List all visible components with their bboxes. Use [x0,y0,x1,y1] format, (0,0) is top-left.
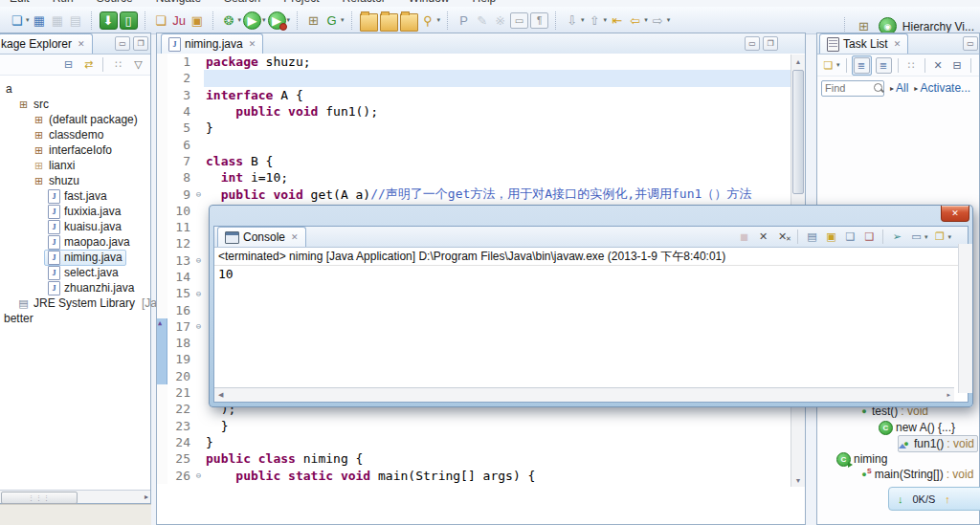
fold-icon[interactable]: ⊖ [193,470,204,480]
tab-package-explorer[interactable]: kage Explorer ✕ [0,33,93,54]
categorized-view-icon[interactable]: ≣ [852,55,872,76]
clear-console-icon[interactable]: ▤ [804,229,820,245]
new-task-icon[interactable]: ❏▾ [820,57,841,74]
collapse-all-icon[interactable]: ⊟ [60,56,77,73]
focus-icon[interactable]: ∷ [110,56,126,73]
code-text[interactable] [204,136,805,152]
scroll-left-icon[interactable]: ◀ [218,391,223,399]
focus-workweek-icon[interactable]: ∷ [903,57,920,74]
tree-item-default-package[interactable]: ⊞(default package) [0,112,150,127]
tree-item-lianxi[interactable]: ⊞lianxi [0,158,150,173]
remove-launch-icon[interactable]: ✕ [755,229,771,245]
close-icon[interactable]: ✕ [249,39,256,49]
maximize-button[interactable]: ❐ [763,36,778,51]
display-console-icon[interactable]: ▭▾ [908,229,929,245]
code-text[interactable] [204,70,805,86]
show-whitespace-icon[interactable]: ¶ [529,11,549,30]
tree-item-select-java[interactable]: Jselect.java [0,265,150,280]
refresh-icon[interactable]: G▾ [323,11,345,30]
tree-item-better[interactable]: better [0,311,150,326]
scrollbar-thumb[interactable]: ⋮⋮⋮ [1,492,78,504]
tree-item-maopao-java[interactable]: Jmaopao.java [0,234,150,250]
menu-edit[interactable]: Edit [10,0,30,5]
maximize-button[interactable]: ❐ [133,36,148,51]
pin-console-icon[interactable]: ➢ [889,229,905,245]
tree-item-classdemo[interactable]: ⊞classdemo [0,127,150,142]
menu-source[interactable]: Source [97,0,133,5]
open-file-icon[interactable] [399,9,419,33]
fold-icon[interactable]: ⊖ [193,289,204,298]
code-text[interactable]: int i=10; [204,169,805,186]
view-menu-icon[interactable]: ▽ [130,56,146,73]
coverage-icon[interactable]: ⊞ [304,11,323,30]
close-icon[interactable]: ✕ [894,39,902,49]
scheduled-view-icon[interactable]: ≣ [875,56,893,75]
menu-project[interactable]: Project [283,0,319,5]
device-manager-icon[interactable]: ▯ [119,11,139,31]
code-text[interactable]: public void fun1(); [204,103,805,120]
outline-niming[interactable]: Cniming [836,451,887,467]
scroll-right-icon[interactable]: ▸ [145,492,148,501]
tree-item-fast-java[interactable]: Jfast.java [0,188,150,204]
scroll-right-icon[interactable]: ▸ [947,391,950,399]
scroll-down-icon[interactable]: ▼ [791,473,805,487]
hide-completed-icon[interactable]: ✕ [930,57,947,74]
forward-icon[interactable]: ⇨▾ [649,11,672,30]
save-icon[interactable]: ▦ [31,11,49,30]
code-text[interactable]: } [204,418,805,434]
new-java-class-icon[interactable]: ❏ [152,11,170,30]
menu-search[interactable]: Search [224,0,260,5]
code-text[interactable]: } [204,434,805,450]
filter-all-link[interactable]: ▸ All [890,81,908,95]
fold-icon[interactable]: ⊖ [193,255,204,265]
outline-main-string[interactable]: ●Smain(String[]) : void [859,467,973,482]
tree-item-kuaisu-java[interactable]: Jkuaisu.java [0,219,150,234]
code-text[interactable]: class B { [204,153,805,169]
activate-link[interactable]: ▸ Activate... [914,81,970,95]
tree-item-jre-system-library[interactable]: ▤JRE System Library[JavaSE-1.6 [0,295,150,311]
back-icon[interactable]: ⇦▾ [626,11,649,30]
scroll-lock-icon[interactable]: ▣ [823,229,839,245]
close-window-button[interactable]: ✕ [941,206,969,222]
code-text[interactable]: public static void main(String[] args) { [204,467,805,483]
code-text[interactable]: package shuzu; [204,54,805,70]
code-text[interactable]: interface A { [204,87,805,103]
open-resource-icon[interactable] [379,9,399,33]
outline-fun1[interactable]: ●fun1() : void [898,435,978,452]
show-stdout-icon[interactable]: ❑ [842,229,858,245]
menu-run[interactable]: Run [53,0,74,5]
menu-refactor[interactable]: Refactor [343,0,386,5]
block-selection-icon[interactable]: ▭ [509,11,529,30]
run-icon[interactable]: ▶▾ [242,11,267,31]
tree-item-a[interactable]: a [0,81,150,97]
minimize-button[interactable]: ▭ [745,36,760,51]
collapse-all-tasks-icon[interactable]: ⊟ [949,57,966,74]
tab-niming-java[interactable]: J niming.java ✕ [161,33,263,54]
tree-item-fuxixia-java[interactable]: Jfuxixia.java [0,204,150,219]
run-history-icon[interactable]: ▶▾ [267,11,292,31]
perspective-label[interactable]: Hierarchy Vi... [902,20,974,33]
search-torch-icon[interactable]: ⚲▾ [419,11,442,30]
console-titlebar[interactable]: ✕ [210,206,972,226]
open-console-icon[interactable]: ❐▾ [931,229,952,245]
tab-console[interactable]: Console ✕ [217,227,306,247]
console-vscrollbar[interactable] [958,244,972,393]
fold-icon[interactable]: ⊖ [193,321,204,331]
install-app-icon[interactable]: ⬇ [99,11,119,31]
open-type-icon[interactable] [359,9,379,33]
tree-item-interfaceiofo[interactable]: ⊞interfaceIofo [0,142,150,158]
tree-item-shuzu[interactable]: ⊞shuzu [0,173,150,188]
tree-item-zhuanzhi-java[interactable]: Jzhuanzhi.java [0,280,150,295]
code-text[interactable]: public void get(A a)//声明了一个get方法，用于对A接口的… [204,186,805,202]
synchronize-icon[interactable]: ◧ [976,57,980,74]
fold-icon[interactable]: ⊖ [193,189,204,199]
link-with-editor-icon[interactable]: ⇄ [80,56,97,73]
minimize-button[interactable]: ▭ [115,36,130,51]
next-annotation-icon[interactable]: ⇩▾ [563,11,586,30]
tree-item-src[interactable]: ⊞src [0,97,150,112]
tree-item-niming-java[interactable]: Jniming.java [0,250,150,265]
tab-task-list[interactable]: Task List ✕ [819,33,908,54]
remove-all-launches-icon[interactable]: ✕✕ [774,229,792,245]
outline-new-a[interactable]: Cnew A() {...} [879,420,955,435]
pin-editor-icon[interactable]: P [455,11,473,30]
